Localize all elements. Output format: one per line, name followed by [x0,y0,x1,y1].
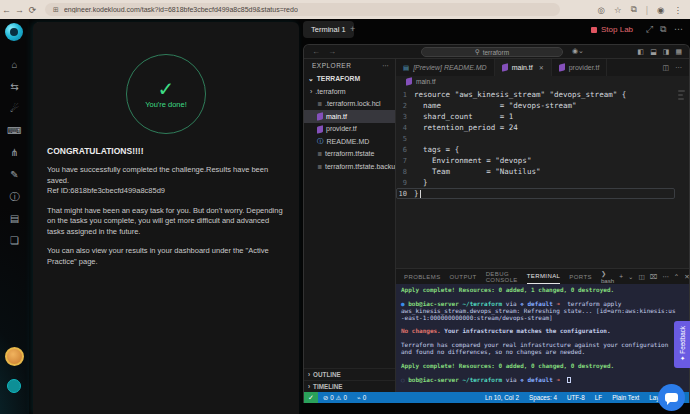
toggle-panel-icon[interactable]: ⬓ [650,48,657,56]
site-settings-icon[interactable]: ⊞ [53,6,59,14]
status-bar: ✓ ⊘ 0 ⚠ 0 ⌁ 0 Ln 10, Col 2Spaces: 4UTF-8… [304,392,689,403]
encoding[interactable]: UTF-8 [562,394,590,401]
info-icon[interactable]: ⓘ [10,191,20,202]
language-mode[interactable]: Plain Text [607,394,644,401]
browser-forward-icon[interactable]: → [13,5,26,15]
profile-icon[interactable]: ◉ [657,5,664,15]
explorer-more-icon[interactable]: ⋯ [382,62,389,70]
learning-path-icon[interactable]: ⇆ [10,81,18,92]
feedback-button[interactable]: ✦ Feedback [674,321,690,368]
terminal-line: ○ bob@iac-server ~/terraform via ❖ defau… [401,377,675,384]
maximize-panel-icon[interactable]: ⌃ [674,273,679,281]
panel-tabs: PROBLEMSOUTPUTDEBUG CONSOLETERMINALPORTS… [396,269,689,284]
tab-label: [Preview] README.MD [413,64,487,71]
editor-tab-[Preview] README.MD[interactable]: ▤[Preview] README.MD [396,59,495,76]
password-eye-icon[interactable]: ◎ [598,5,605,15]
compose-icon[interactable]: ✎ [10,169,18,180]
file-name: provider.tf [326,125,357,132]
panel-more-icon[interactable]: ⋯ [662,273,669,281]
open-external-icon[interactable]: ⧉ [660,24,666,35]
workspace-root[interactable]: ⌄ TERRAFORM [304,72,395,85]
app-shell: ⌂⇆☄⌨⋔✎ⓘ▤❏ End ◷ 00:13 ⤢ Terminal 1 + Sto… [0,19,690,414]
breadcrumb[interactable]: main.tf [396,76,689,87]
url-text: engineer.kodekloud.com/task?id=6818bfe3c… [64,6,298,13]
tab-switcher-icon[interactable]: ⧉ [631,4,637,15]
code-editor[interactable]: 1resource "aws_kinesis_stream" "devops_s… [396,87,689,268]
tab-label: main.tf [512,64,533,71]
browser-back-icon[interactable]: ← [0,5,13,15]
timeline-section[interactable]: › TIMELINE [304,380,395,392]
terraform-file-icon [559,63,565,71]
new-terminal-icon[interactable]: + [350,24,355,34]
new-terminal-icon[interactable]: + [619,273,623,280]
sparkle-icon: ✦ [679,356,686,363]
chat-widget-button[interactable] [658,384,685,411]
rail-badge[interactable] [7,379,21,393]
close-panel-icon[interactable]: ✕ [684,273,689,281]
panel-tab-terminal[interactable]: TERMINAL [527,269,561,284]
bookmark-star-icon[interactable]: ☆ [614,5,622,15]
remote-status-check[interactable]: ✓ [304,392,318,403]
account-icon[interactable]: ◉⌄ [572,47,584,55]
problems-status[interactable]: ⊘ 0 ⚠ 0 [318,394,352,401]
terminal-1-tab[interactable]: Terminal 1 [303,21,354,38]
browser-menu-icon[interactable]: ⋮ [674,5,683,15]
shell-selector[interactable]: ❯ bash [601,270,614,284]
file-item-provider.tf[interactable]: provider.tf [304,123,395,136]
editor-tab-provider.tf[interactable]: provider.tf [552,59,608,76]
minimap[interactable] [678,90,687,102]
more-options-icon[interactable]: ⋯ [674,24,683,34]
toggle-secondary-sidebar-icon[interactable]: ◨ [663,48,670,56]
close-icon[interactable]: ✕ [539,64,544,71]
terminal-dropdown-icon[interactable]: ⌄ [628,273,633,281]
file-name: terraform.tfstate [325,150,374,157]
markdown-icon: ▤ [403,64,409,72]
user-avatar[interactable] [5,347,24,366]
terminal-line: and found no differences, so no changes … [401,349,675,356]
file-name: .terraform [315,88,345,95]
panel-tab-output[interactable]: OUTPUT [450,269,477,284]
editor-tab-main.tf[interactable]: main.tf✕ [495,59,552,76]
editor-tabs: ▤[Preview] README.MDmain.tf✕provider.tf◫… [396,59,689,76]
editor-more-icon[interactable]: ⋯ [675,64,682,72]
kill-terminal-icon[interactable]: ⌧ [650,273,658,281]
laptop-icon[interactable]: ⌨ [7,125,21,136]
indentation[interactable]: Spaces: 4 [524,394,562,401]
nav-forward-icon[interactable]: → [328,47,336,56]
file-item-.terraform[interactable]: ›.terraform [304,85,395,98]
community-icon[interactable]: ❏ [10,235,19,246]
warning-icon: ⚠ [336,394,342,401]
code-line: 8 Team = "Nautilus" [396,166,689,177]
congrats-line-3: You can also view your results in your d… [47,246,285,267]
outline-section[interactable]: › OUTLINE [304,368,395,380]
file-item-.terraform.lock.hcl[interactable]: ≣.terraform.lock.hcl [304,98,395,111]
customize-layout-icon[interactable]: ▦ [675,48,682,56]
panel-tab-problems[interactable]: PROBLEMS [404,269,441,284]
split-terminal-icon[interactable]: ◫ [639,273,645,281]
home-icon[interactable]: ⌂ [11,59,17,70]
file-item-terraform.tfstate[interactable]: ≣terraform.tfstate [304,148,395,161]
eol[interactable]: LF [590,394,607,401]
stop-lab-button[interactable]: Stop Lab [591,25,633,34]
ports-icon: ⌁ [357,394,361,401]
address-bar[interactable]: ⊞ engineer.kodekloud.com/task?id=6818bfe… [45,3,560,16]
split-editor-icon[interactable]: ◫ [662,64,669,72]
browser-reload-icon[interactable]: ⟳ [26,5,39,15]
command-palette-search[interactable]: ⚲ terraform [421,47,563,57]
kodekloud-logo[interactable] [5,23,23,41]
rocket-icon[interactable]: ☄ [10,103,19,114]
panel-tab-ports[interactable]: PORTS [569,269,592,284]
terminal-output[interactable]: Apply complete! Resources: 0 added, 1 ch… [396,284,689,392]
playground-icon[interactable]: ⋔ [10,147,18,158]
docs-icon[interactable]: ▤ [10,213,19,224]
file-item-terraform.tfstate.backup[interactable]: ≣terraform.tfstate.backup [304,160,395,173]
file-item-main.tf[interactable]: main.tf [304,110,395,123]
panel-tab-debug-console[interactable]: DEBUG CONSOLE [486,269,518,284]
file-item-README.MD[interactable]: ⓘREADME.MD [304,135,395,148]
toggle-sidebar-icon[interactable]: ◧ [638,48,645,56]
ports-status[interactable]: ⌁ 0 [352,394,371,401]
file-name: README.MD [327,138,370,145]
cursor-position[interactable]: Ln 10, Col 2 [480,394,524,401]
nav-back-icon[interactable]: ← [312,47,320,56]
fullscreen-icon[interactable]: ⤢ [646,24,653,35]
